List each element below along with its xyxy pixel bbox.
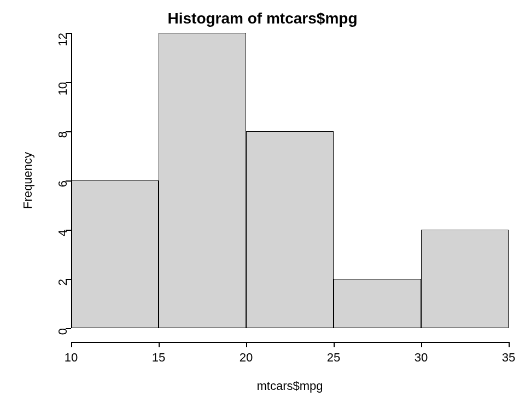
x-tick-label: 30 <box>405 351 438 365</box>
plot-area <box>71 33 509 328</box>
x-tick <box>71 342 72 347</box>
y-tick-label: 4 <box>56 230 70 257</box>
histogram-bar <box>71 180 159 328</box>
histogram-bar <box>246 131 334 328</box>
x-axis-line <box>71 342 509 343</box>
x-tick-label: 15 <box>142 351 175 365</box>
x-tick <box>159 342 160 347</box>
y-tick-label: 2 <box>56 279 70 306</box>
x-tick <box>246 342 247 347</box>
y-axis-line <box>71 33 72 328</box>
y-tick-label: 6 <box>56 180 70 208</box>
x-tick <box>421 342 422 347</box>
histogram-bar <box>421 230 509 328</box>
x-axis-label: mtcars$mpg <box>71 379 509 393</box>
y-tick-label: 0 <box>56 328 70 355</box>
histogram-bar <box>334 279 421 328</box>
x-tick <box>334 342 335 347</box>
x-tick-label: 20 <box>230 351 262 365</box>
y-axis-label: Frequency <box>21 152 35 209</box>
x-tick-label: 25 <box>317 351 350 365</box>
y-tick-label: 10 <box>56 82 70 109</box>
x-tick <box>509 342 510 347</box>
chart-title: Histogram of mtcars$mpg <box>0 10 525 27</box>
histogram-bar <box>159 33 246 328</box>
y-tick-label: 12 <box>56 33 70 60</box>
y-tick-label: 8 <box>56 131 70 159</box>
x-tick-label: 35 <box>492 351 525 365</box>
